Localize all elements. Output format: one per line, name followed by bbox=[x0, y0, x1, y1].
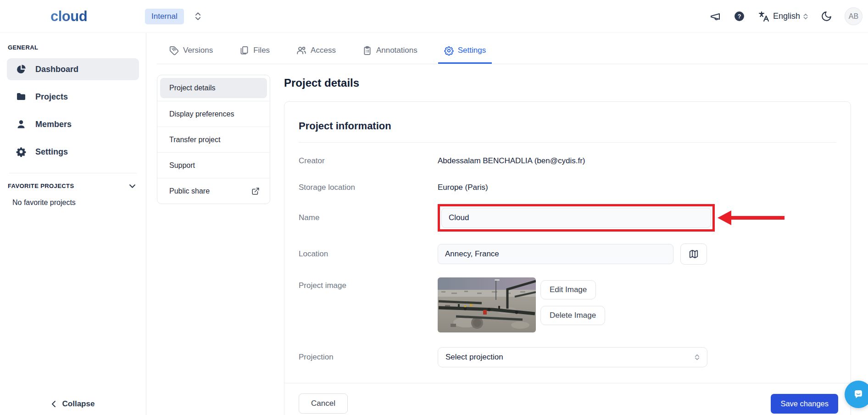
moon-icon[interactable] bbox=[820, 11, 832, 22]
tabs-bar: Versions Files Access Annotations Settin… bbox=[157, 33, 868, 64]
translate-icon bbox=[758, 11, 770, 22]
sidebar-section-general: GENERAL bbox=[0, 44, 146, 51]
topbar-actions: ? English AB bbox=[709, 7, 868, 25]
subnav-item-support[interactable]: Support bbox=[157, 152, 270, 178]
subnav-item-transfer-project[interactable]: Transfer project bbox=[157, 127, 270, 152]
sidebar-item-label: Projects bbox=[35, 92, 68, 102]
svg-text:?: ? bbox=[738, 13, 741, 20]
annotation-arrow bbox=[718, 210, 787, 226]
project-image-thumbnail[interactable] bbox=[438, 277, 536, 332]
sidebar-item-label: Settings bbox=[35, 147, 68, 157]
card-title: Project information bbox=[299, 120, 836, 132]
workspace-badge[interactable]: Internal bbox=[145, 9, 184, 24]
settings-content: Project details Display preferences Tran… bbox=[146, 64, 868, 415]
language-selector[interactable]: English bbox=[758, 11, 808, 22]
storage-location-value: Europe (Paris) bbox=[438, 183, 488, 192]
external-link-icon bbox=[251, 187, 260, 195]
projection-select-value: Select projection bbox=[445, 353, 503, 362]
chevron-left-icon bbox=[51, 400, 56, 408]
delete-image-button[interactable]: Delete Image bbox=[540, 306, 605, 325]
sidebar-nav: Dashboard Projects Members Settings bbox=[0, 58, 146, 163]
project-information-card: Project information Creator Abdessalam B… bbox=[284, 101, 851, 415]
tab-label: Settings bbox=[458, 46, 486, 55]
page-title: Project details bbox=[284, 77, 851, 89]
creator-row: Creator Abdessalam BENCHADLIA (ben@cydis… bbox=[299, 156, 836, 166]
sidebar-item-members[interactable]: Members bbox=[7, 113, 139, 135]
storage-location-label: Storage location bbox=[299, 183, 438, 192]
sidebar-item-settings[interactable]: Settings bbox=[7, 141, 139, 163]
tab-annotations[interactable]: Annotations bbox=[356, 45, 423, 64]
tab-versions[interactable]: Versions bbox=[163, 45, 219, 64]
favorites-empty-text: No favorite projects bbox=[0, 199, 146, 207]
tab-settings[interactable]: Settings bbox=[438, 45, 492, 64]
megaphone-icon[interactable] bbox=[709, 11, 721, 22]
map-icon bbox=[689, 249, 699, 259]
name-input[interactable] bbox=[441, 208, 711, 228]
language-caret-icon bbox=[803, 14, 808, 19]
location-row: Location bbox=[299, 243, 836, 265]
subnav-label: Project details bbox=[169, 84, 216, 92]
projection-row: Projection Select projection bbox=[299, 347, 836, 367]
sidebar: GENERAL Dashboard Projects Members Setti… bbox=[0, 33, 146, 415]
name-row: Name bbox=[299, 204, 836, 232]
chat-launcher-button[interactable] bbox=[845, 381, 868, 408]
image-actions: Edit Image Delete Image bbox=[540, 277, 605, 325]
sidebar-item-label: Members bbox=[35, 120, 72, 129]
subnav-label: Transfer project bbox=[169, 136, 220, 144]
topbar: cloud Internal ? English bbox=[0, 0, 868, 33]
settings-subnav: Project details Display preferences Tran… bbox=[157, 75, 270, 204]
project-image-row: Project image bbox=[299, 277, 836, 332]
creator-value: Abdessalam BENCHADLIA (ben@cydis.fr) bbox=[438, 156, 585, 166]
sidebar-divider bbox=[9, 173, 137, 173]
open-map-button[interactable] bbox=[680, 243, 707, 265]
sidebar-item-projects[interactable]: Projects bbox=[7, 86, 139, 108]
tab-access[interactable]: Access bbox=[290, 45, 342, 64]
logo-zone: cloud bbox=[0, 8, 138, 25]
subnav-item-project-details[interactable]: Project details bbox=[160, 78, 267, 98]
subnav-item-public-share[interactable]: Public share bbox=[157, 178, 270, 204]
app-logo[interactable]: cloud bbox=[50, 8, 87, 25]
gear-icon bbox=[16, 146, 27, 157]
storage-location-row: Storage location Europe (Paris) bbox=[299, 183, 836, 192]
sidebar-item-dashboard[interactable]: Dashboard bbox=[7, 58, 139, 80]
gear-icon bbox=[444, 46, 454, 55]
clipboard-icon bbox=[362, 46, 372, 55]
annotation-highlight-wrap bbox=[438, 204, 715, 232]
app-window: cloud Internal ? English bbox=[0, 0, 868, 415]
annotation-red-box bbox=[438, 204, 715, 232]
name-label: Name bbox=[299, 213, 438, 222]
collapse-button[interactable]: Collapse bbox=[0, 399, 146, 409]
project-image-label: Project image bbox=[299, 277, 438, 290]
language-label: English bbox=[773, 11, 800, 21]
files-icon bbox=[239, 46, 249, 55]
tab-files[interactable]: Files bbox=[234, 45, 276, 64]
chat-bubble-icon bbox=[851, 387, 866, 402]
subnav-label: Public share bbox=[169, 187, 210, 195]
location-label: Location bbox=[299, 249, 438, 259]
person-icon bbox=[16, 119, 27, 130]
location-input[interactable] bbox=[438, 244, 673, 264]
sidebar-item-label: Dashboard bbox=[35, 65, 78, 74]
cancel-button[interactable]: Cancel bbox=[299, 393, 348, 414]
favorite-projects-header[interactable]: FAVORITE PROJECTS bbox=[0, 183, 146, 189]
tab-label: Files bbox=[253, 46, 270, 55]
folder-icon bbox=[16, 91, 27, 102]
projection-label: Projection bbox=[299, 353, 438, 362]
tab-label: Versions bbox=[183, 46, 213, 55]
main-area: Versions Files Access Annotations Settin… bbox=[146, 33, 868, 415]
help-icon[interactable]: ? bbox=[734, 11, 746, 22]
card-footer: Cancel Save changes bbox=[284, 383, 851, 415]
tab-label: Annotations bbox=[376, 46, 417, 55]
subnav-item-display-preferences[interactable]: Display preferences bbox=[157, 101, 270, 127]
user-avatar[interactable]: AB bbox=[845, 7, 862, 25]
tab-label: Access bbox=[311, 46, 336, 55]
subnav-label: Support bbox=[169, 161, 195, 170]
users-icon bbox=[296, 45, 306, 55]
tag-icon bbox=[169, 46, 179, 55]
workspace-switcher-icon[interactable] bbox=[195, 12, 201, 20]
save-changes-button[interactable]: Save changes bbox=[771, 394, 838, 414]
edit-image-button[interactable]: Edit Image bbox=[540, 280, 596, 299]
pie-chart-icon bbox=[16, 64, 27, 75]
card-divider bbox=[299, 142, 836, 143]
projection-select[interactable]: Select projection bbox=[438, 347, 707, 367]
